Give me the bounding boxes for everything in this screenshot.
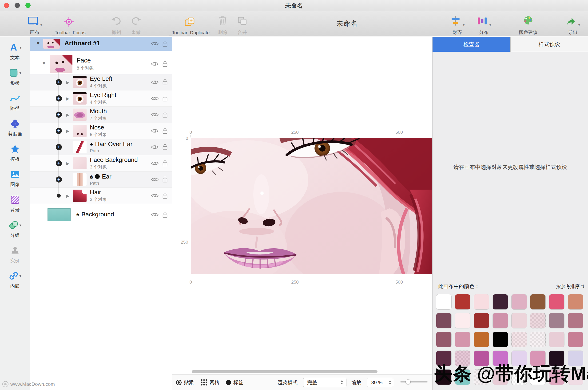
visibility-eye-icon[interactable] [151,161,159,166]
horizontal-scrollbar[interactable] [192,370,377,373]
artboard-row[interactable]: ▼ Artboard #1 [30,37,172,51]
layer-row-ear[interactable]: +♠EarPath [30,172,172,188]
focus-button[interactable]: _Toolbar_Focus [47,11,91,36]
lock-icon[interactable] [162,176,168,183]
color-swatch-6[interactable] [530,294,546,310]
tab-inspector[interactable]: 检查器 [432,37,511,52]
lock-icon[interactable] [162,211,168,218]
lock-icon[interactable] [162,144,168,150]
sidebar-tool-text[interactable]: A▾文本 [0,40,30,62]
color-swatch-20[interactable] [492,332,508,347]
disclosure-triangle-icon[interactable]: ▶ [66,129,69,134]
color-swatch-5[interactable] [511,294,527,310]
color-swatch-7[interactable] [549,294,565,310]
lock-icon[interactable] [162,79,168,86]
color-swatch-12[interactable] [492,313,508,329]
duplicate-button[interactable]: _Toolbar_Duplicate [165,11,214,36]
visibility-eye-icon[interactable] [151,112,159,117]
sidebar-tool-clipart[interactable]: 剪贴画 [0,116,30,139]
group-node-plus-icon[interactable]: + [56,95,62,101]
snap-toggle[interactable]: 贴紧 [176,375,194,390]
lock-icon[interactable] [162,60,168,67]
sidebar-tool-image[interactable]: 图像 [0,167,30,189]
delete-button[interactable]: 删除 [212,11,233,36]
color-swatch-15[interactable] [549,313,565,329]
artboard-face-illustration[interactable] [191,138,432,274]
disclosure-triangle-icon[interactable]: ▶ [66,161,69,166]
layer-row-face-background[interactable]: +▶Face Background3 个对象 [30,155,172,172]
visibility-eye-icon[interactable] [151,177,159,182]
group-node-plus-icon[interactable]: + [56,79,62,85]
canvas-area[interactable]: 0 250 500 0 250 0 250 500 [172,37,432,390]
color-swatch-10[interactable] [455,313,470,329]
disclosure-triangle-icon[interactable]: ▶ [66,193,69,198]
disclosure-triangle-icon[interactable]: ▶ [66,96,69,101]
color-swatch-4[interactable] [492,294,508,310]
color-swatch-11[interactable] [474,313,489,329]
align-button[interactable]: ▾ 对齐 [444,11,470,36]
color-swatch-2[interactable] [455,294,470,310]
color-swatch-1[interactable] [436,294,452,310]
sidebar-tool-embed[interactable]: ▾内嵌 [0,268,30,291]
group-node-plus-icon[interactable]: + [56,176,62,183]
lock-icon[interactable] [162,40,168,47]
disclosure-triangle-icon[interactable]: ▶ [66,80,69,85]
color-swatch-8[interactable] [568,294,583,310]
color-swatch-13[interactable] [511,313,527,329]
sort-by-reference-button[interactable]: 按参考排序 ⇅ [556,283,585,290]
color-swatch-16[interactable] [568,313,583,329]
color-swatch-21[interactable] [511,332,527,347]
color-swatch-23[interactable] [549,332,565,347]
visibility-eye-icon[interactable] [151,212,159,217]
layer-row-nose[interactable]: +▶Nose5 个对象 [30,123,172,139]
sidebar-tool-background[interactable]: 背景 [0,192,30,215]
sidebar-tool-path[interactable]: 路径 [0,91,30,113]
layer-row-background[interactable]: ♠ Background [30,207,172,222]
disclosure-triangle-icon[interactable]: ▶ [66,112,69,117]
group-node-plus-icon[interactable]: + [56,160,62,166]
visibility-eye-icon[interactable] [151,41,159,46]
color-swatch-17[interactable] [436,332,452,347]
export-button[interactable]: ▾ 导出 [560,11,586,36]
layer-row-eye-right[interactable]: +▶Eye Right4 个对象 [30,91,172,107]
background-color-swatch[interactable] [48,208,70,221]
group-node-plus-icon[interactable]: + [56,128,62,134]
sidebar-tool-shape[interactable]: ▾形状 [0,65,30,88]
layer-row-hair-over-ear[interactable]: +♠Hair Over EarPath [30,139,172,155]
grid-toggle[interactable]: 网格 [201,375,219,390]
lock-icon[interactable] [162,192,168,199]
layer-row-mouth[interactable]: +▶Mouth7 个对象 [30,107,172,123]
color-suggestions-button[interactable]: 颜色建议 [512,11,545,36]
sidebar-tool-group[interactable]: ▾分组 [0,218,30,240]
distribute-button[interactable]: ▾ 分布 [471,11,497,36]
color-swatch-24[interactable] [568,332,583,347]
color-swatch-18[interactable] [455,332,470,347]
lock-icon[interactable] [162,111,168,118]
zoom-slider[interactable] [400,381,428,383]
disclosure-open-icon[interactable]: ▼ [36,41,41,46]
group-end-node-icon[interactable] [57,194,61,197]
sidebar-tool-template[interactable]: 模板 [0,142,30,164]
canvas-button[interactable]: ▾ 画布 [22,11,48,36]
render-mode-dropdown[interactable]: 完整 [303,378,347,387]
visibility-eye-icon[interactable] [151,80,159,85]
visibility-eye-icon[interactable] [151,145,159,150]
color-swatch-9[interactable] [436,313,452,329]
group-node-plus-icon[interactable]: + [56,144,62,150]
visibility-eye-icon[interactable] [151,193,159,198]
color-swatch-14[interactable] [530,313,546,329]
color-swatch-19[interactable] [474,332,489,347]
sidebar-tool-instance[interactable]: 实例 [0,243,30,265]
redo-button[interactable]: 重做 [125,11,147,36]
merge-button[interactable]: 合并 [232,11,253,36]
lock-icon[interactable] [162,160,168,167]
color-swatch-3[interactable] [474,294,489,310]
tab-style-presets[interactable]: 样式预设 [511,37,588,52]
labels-toggle[interactable]: 标签 [226,375,243,390]
lock-icon[interactable] [162,95,168,102]
color-swatch-22[interactable] [530,332,546,347]
zoom-slider-knob[interactable] [406,379,411,384]
layer-row-hair[interactable]: ▶Hair2 个对象 [30,188,172,204]
visibility-eye-icon[interactable] [151,96,159,101]
visibility-eye-icon[interactable] [151,61,159,66]
